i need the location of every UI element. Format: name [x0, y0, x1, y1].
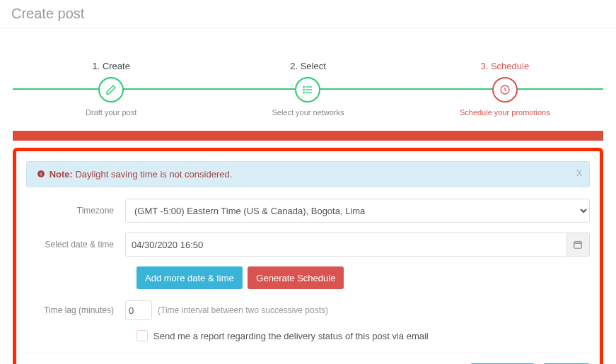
timelag-label: Time lag (minutes): [26, 305, 125, 315]
svg-rect-8: [41, 173, 42, 176]
step-label: 1. Create: [92, 61, 129, 71]
note-text: Daylight saving time is not considered.: [75, 169, 232, 180]
svg-rect-9: [41, 172, 42, 172]
divider-bar: [13, 131, 603, 141]
step-select[interactable]: 2. Select Select your networks: [209, 61, 406, 117]
email-report-label: Send me a report regarding the delivery …: [153, 331, 429, 341]
svg-point-5: [303, 92, 304, 93]
step-caption: Schedule your promotions: [460, 108, 550, 117]
svg-point-3: [303, 86, 304, 87]
stepper: 1. Create Draft your post 2. Select: [13, 41, 603, 121]
schedule-panel: Note: Daylight saving time is not consid…: [13, 148, 603, 364]
step-schedule[interactable]: 3. Schedule Schedule your promotions: [407, 61, 603, 117]
datetime-label: Select date & time: [26, 240, 125, 249]
pencil-icon: [98, 77, 124, 102]
timezone-label: Timezone: [26, 206, 125, 216]
step-caption: Draft your post: [86, 108, 136, 117]
datetime-input[interactable]: [125, 233, 567, 257]
info-icon: [37, 170, 45, 178]
step-label: 2. Select: [290, 61, 326, 71]
timezone-select[interactable]: (GMT -5:00) Eastern Time (US & Canada), …: [125, 199, 590, 223]
note-prefix: Note:: [50, 169, 73, 180]
step-create[interactable]: 1. Create Draft your post: [13, 61, 209, 117]
add-more-datetime-button[interactable]: Add more date & time: [136, 266, 243, 289]
list-icon: [295, 77, 320, 102]
timelag-hint: (Time interval between two successive po…: [158, 305, 328, 315]
close-icon[interactable]: x: [576, 166, 582, 179]
svg-point-4: [303, 89, 304, 90]
timelag-input[interactable]: [125, 300, 152, 320]
page-header: Create post: [0, 0, 616, 28]
step-caption: Select your networks: [272, 108, 344, 117]
generate-schedule-button[interactable]: Generate Schedule: [248, 266, 344, 289]
calendar-icon[interactable]: [567, 233, 590, 257]
page-title: Create post: [11, 6, 605, 22]
note-alert: Note: Daylight saving time is not consid…: [26, 161, 590, 187]
step-label: 3. Schedule: [480, 61, 529, 71]
clock-icon: [492, 77, 518, 102]
email-report-checkbox[interactable]: [136, 330, 148, 341]
svg-rect-10: [574, 242, 582, 248]
